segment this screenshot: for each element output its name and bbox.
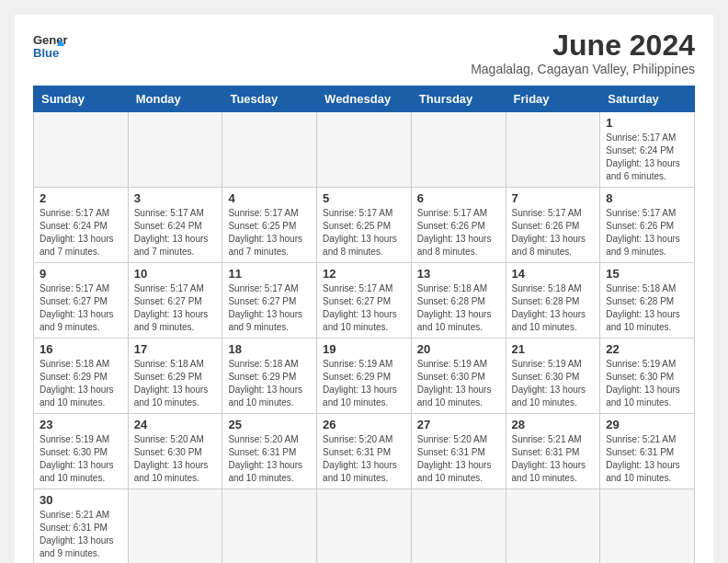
day-number: 16 bbox=[40, 342, 122, 356]
table-row: 6Sunrise: 5:17 AMSunset: 6:26 PMDaylight… bbox=[411, 188, 506, 263]
day-info: Sunrise: 5:17 AMSunset: 6:25 PMDaylight:… bbox=[323, 207, 405, 259]
day-info: Sunrise: 5:19 AMSunset: 6:30 PMDaylight:… bbox=[512, 358, 595, 409]
day-number: 17 bbox=[134, 342, 217, 356]
table-row bbox=[222, 112, 317, 188]
col-monday: Monday bbox=[128, 86, 222, 112]
calendar-week-row: 16Sunrise: 5:18 AMSunset: 6:29 PMDayligh… bbox=[34, 339, 695, 414]
table-row: 4Sunrise: 5:17 AMSunset: 6:25 PMDaylight… bbox=[222, 188, 317, 263]
table-row bbox=[222, 489, 317, 563]
table-row: 18Sunrise: 5:18 AMSunset: 6:29 PMDayligh… bbox=[222, 339, 317, 414]
table-row: 14Sunrise: 5:18 AMSunset: 6:28 PMDayligh… bbox=[506, 263, 600, 339]
generalblue-logo-icon: General Blue bbox=[33, 29, 68, 64]
day-info: Sunrise: 5:20 AMSunset: 6:30 PMDaylight:… bbox=[134, 433, 217, 485]
col-friday: Friday bbox=[506, 86, 600, 112]
calendar-week-row: 23Sunrise: 5:19 AMSunset: 6:30 PMDayligh… bbox=[34, 414, 695, 489]
day-info: Sunrise: 5:17 AMSunset: 6:26 PMDaylight:… bbox=[417, 207, 500, 259]
day-info: Sunrise: 5:17 AMSunset: 6:27 PMDaylight:… bbox=[40, 282, 122, 334]
day-number: 11 bbox=[228, 267, 311, 281]
table-row: 26Sunrise: 5:20 AMSunset: 6:31 PMDayligh… bbox=[317, 414, 412, 489]
day-number: 12 bbox=[323, 267, 405, 281]
table-row: 11Sunrise: 5:17 AMSunset: 6:27 PMDayligh… bbox=[222, 263, 317, 339]
table-row bbox=[317, 489, 412, 563]
day-number: 25 bbox=[228, 418, 311, 431]
day-number: 8 bbox=[606, 191, 688, 205]
header: General Blue June 2024 Magalalag, Cagaya… bbox=[33, 29, 695, 76]
col-sunday: Sunday bbox=[34, 86, 129, 112]
header-row: Sunday Monday Tuesday Wednesday Thursday… bbox=[34, 86, 695, 112]
day-info: Sunrise: 5:17 AMSunset: 6:27 PMDaylight:… bbox=[134, 282, 217, 334]
calendar-body: 1Sunrise: 5:17 AMSunset: 6:24 PMDaylight… bbox=[34, 112, 695, 563]
col-wednesday: Wednesday bbox=[317, 86, 412, 112]
calendar-table: Sunday Monday Tuesday Wednesday Thursday… bbox=[33, 86, 695, 563]
table-row: 29Sunrise: 5:21 AMSunset: 6:31 PMDayligh… bbox=[600, 414, 695, 489]
day-info: Sunrise: 5:17 AMSunset: 6:26 PMDaylight:… bbox=[512, 207, 595, 259]
table-row: 10Sunrise: 5:17 AMSunset: 6:27 PMDayligh… bbox=[128, 263, 222, 339]
day-info: Sunrise: 5:17 AMSunset: 6:27 PMDaylight:… bbox=[228, 282, 311, 334]
table-row: 23Sunrise: 5:19 AMSunset: 6:30 PMDayligh… bbox=[34, 414, 129, 489]
svg-text:Blue: Blue bbox=[33, 46, 59, 60]
day-info: Sunrise: 5:18 AMSunset: 6:28 PMDaylight:… bbox=[606, 282, 688, 334]
day-number: 19 bbox=[323, 342, 405, 356]
day-number: 5 bbox=[323, 191, 405, 205]
calendar-week-row: 1Sunrise: 5:17 AMSunset: 6:24 PMDaylight… bbox=[34, 112, 695, 188]
month-title: June 2024 bbox=[471, 29, 695, 62]
day-info: Sunrise: 5:21 AMSunset: 6:31 PMDaylight:… bbox=[606, 433, 688, 485]
day-number: 15 bbox=[606, 267, 688, 281]
day-number: 18 bbox=[228, 342, 311, 356]
day-info: Sunrise: 5:17 AMSunset: 6:27 PMDaylight:… bbox=[323, 282, 405, 334]
table-row: 12Sunrise: 5:17 AMSunset: 6:27 PMDayligh… bbox=[317, 263, 412, 339]
day-number: 22 bbox=[606, 342, 688, 356]
table-row bbox=[317, 112, 412, 188]
table-row bbox=[34, 112, 129, 188]
col-saturday: Saturday bbox=[600, 86, 695, 112]
day-info: Sunrise: 5:21 AMSunset: 6:31 PMDaylight:… bbox=[512, 433, 595, 485]
day-number: 21 bbox=[512, 342, 595, 356]
day-number: 28 bbox=[512, 418, 595, 431]
table-row bbox=[128, 489, 222, 563]
table-row: 30Sunrise: 5:21 AMSunset: 6:31 PMDayligh… bbox=[34, 489, 129, 563]
table-row: 28Sunrise: 5:21 AMSunset: 6:31 PMDayligh… bbox=[506, 414, 600, 489]
table-row bbox=[600, 489, 695, 563]
day-info: Sunrise: 5:18 AMSunset: 6:29 PMDaylight:… bbox=[40, 358, 122, 409]
table-row: 20Sunrise: 5:19 AMSunset: 6:30 PMDayligh… bbox=[411, 339, 506, 414]
day-number: 2 bbox=[40, 191, 122, 205]
table-row bbox=[411, 112, 506, 188]
table-row: 25Sunrise: 5:20 AMSunset: 6:31 PMDayligh… bbox=[222, 414, 317, 489]
calendar-page: General Blue June 2024 Magalalag, Cagaya… bbox=[15, 15, 713, 563]
day-number: 23 bbox=[40, 418, 122, 431]
day-number: 26 bbox=[323, 418, 405, 431]
day-number: 30 bbox=[40, 493, 122, 507]
col-thursday: Thursday bbox=[411, 86, 506, 112]
table-row: 19Sunrise: 5:19 AMSunset: 6:29 PMDayligh… bbox=[317, 339, 412, 414]
calendar-header: Sunday Monday Tuesday Wednesday Thursday… bbox=[34, 86, 695, 112]
table-row: 17Sunrise: 5:18 AMSunset: 6:29 PMDayligh… bbox=[128, 339, 222, 414]
day-number: 6 bbox=[417, 191, 500, 205]
table-row: 8Sunrise: 5:17 AMSunset: 6:26 PMDaylight… bbox=[600, 188, 695, 263]
calendar-week-row: 2Sunrise: 5:17 AMSunset: 6:24 PMDaylight… bbox=[34, 188, 695, 263]
logo-area: General Blue bbox=[33, 29, 68, 64]
day-info: Sunrise: 5:17 AMSunset: 6:24 PMDaylight:… bbox=[606, 132, 688, 183]
day-number: 7 bbox=[512, 191, 595, 205]
day-number: 29 bbox=[606, 418, 688, 431]
day-number: 13 bbox=[417, 267, 500, 281]
calendar-week-row: 9Sunrise: 5:17 AMSunset: 6:27 PMDaylight… bbox=[34, 263, 695, 339]
day-info: Sunrise: 5:19 AMSunset: 6:29 PMDaylight:… bbox=[323, 358, 405, 409]
day-number: 3 bbox=[134, 191, 217, 205]
table-row bbox=[411, 489, 506, 563]
day-info: Sunrise: 5:18 AMSunset: 6:28 PMDaylight:… bbox=[512, 282, 595, 334]
day-info: Sunrise: 5:18 AMSunset: 6:28 PMDaylight:… bbox=[417, 282, 500, 334]
col-tuesday: Tuesday bbox=[222, 86, 317, 112]
table-row: 15Sunrise: 5:18 AMSunset: 6:28 PMDayligh… bbox=[600, 263, 695, 339]
day-info: Sunrise: 5:18 AMSunset: 6:29 PMDaylight:… bbox=[134, 358, 217, 409]
title-area: June 2024 Magalalag, Cagayan Valley, Phi… bbox=[471, 29, 695, 76]
day-number: 10 bbox=[134, 267, 217, 281]
table-row: 2Sunrise: 5:17 AMSunset: 6:24 PMDaylight… bbox=[34, 188, 129, 263]
day-info: Sunrise: 5:20 AMSunset: 6:31 PMDaylight:… bbox=[417, 433, 500, 485]
table-row bbox=[506, 489, 600, 563]
table-row: 7Sunrise: 5:17 AMSunset: 6:26 PMDaylight… bbox=[506, 188, 600, 263]
day-number: 4 bbox=[228, 191, 311, 205]
table-row: 21Sunrise: 5:19 AMSunset: 6:30 PMDayligh… bbox=[506, 339, 600, 414]
table-row: 27Sunrise: 5:20 AMSunset: 6:31 PMDayligh… bbox=[411, 414, 506, 489]
day-info: Sunrise: 5:20 AMSunset: 6:31 PMDaylight:… bbox=[228, 433, 311, 485]
day-number: 9 bbox=[40, 267, 122, 281]
